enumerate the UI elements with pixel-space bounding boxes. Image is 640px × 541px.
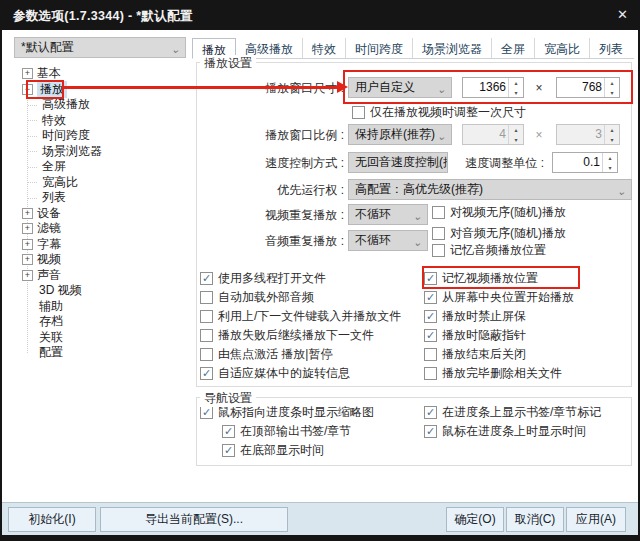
priority-select[interactable]: 高配置：高优先级(推荐) ⌄ [348,179,632,200]
sidebar-item-aspect-ratio[interactable]: 宽高比 [14,175,186,191]
checkbox-box: ✓ [424,406,437,419]
sidebar-item-playback[interactable]: −播放 [14,82,186,98]
tab-fullscreen[interactable]: 全屏 [492,38,535,58]
sidebar-item-playlist[interactable]: 列表 [14,190,186,206]
spin-down-icon[interactable]: ▾ [509,88,523,98]
expand-icon[interactable]: + [22,68,33,79]
initialize-button[interactable]: 初始化(I) [8,507,96,532]
spin-up-icon[interactable]: ▴ [603,153,617,163]
checkbox-disable-screensaver[interactable]: ✓播放时禁止屏保 [424,308,526,324]
priority-label: 优先运行权 : [196,179,344,201]
checkbox-top-bookmark-output[interactable]: ✓在顶部输出书签/章节 [222,423,351,439]
tab-aspect-ratio[interactable]: 宽高比 [535,38,590,58]
spin-up-icon[interactable]: ▴ [605,78,619,88]
expand-icon[interactable]: + [22,254,33,265]
speed-control-select[interactable]: 无回音速度控制(推 ⌄ [348,152,448,173]
sidebar-item-archive[interactable]: 存档 [14,314,186,330]
checkbox-box: ✓ [200,406,213,419]
speed-unit-stepper[interactable]: 0.1 ▴▾ [552,152,618,173]
sidebar-item-audio[interactable]: +声音 [14,268,186,284]
spin-down-icon: ▾ [509,135,523,145]
checkbox-seekbar-hover-time[interactable]: ✓鼠标在进度条上时显示时间 [424,423,586,439]
checkbox-audio-shuffle[interactable]: 对音频无序(随机)播放 [432,225,566,241]
checkbox-box: ✓ [424,329,437,342]
checkbox-bottom-show-time[interactable]: ✓在底部显示时间 [222,442,324,458]
spin-down-icon[interactable]: ▾ [605,88,619,98]
spin-down-icon[interactable]: ▾ [603,163,617,173]
checkbox-remember-audio-position[interactable]: 记忆音频播放位置 [432,242,546,258]
expand-icon[interactable]: + [22,223,33,234]
sidebar-item-filters[interactable]: +滤镜 [14,221,186,237]
checkbox-delete-after-playback[interactable]: 播放完毕删除相关文件 [424,365,562,381]
window-height-stepper[interactable]: 768 ▴▾ [556,77,620,98]
checkbox-resize-once[interactable]: 仅在播放视频时调整一次尺寸 [352,104,526,120]
checkbox-box [432,227,445,240]
window-title: 参数选项(1.7.3344) - *默认配置 [13,8,193,25]
spin-up-icon: ▴ [509,125,523,135]
sidebar-item-effects[interactable]: 特效 [14,113,186,129]
tab-time-span[interactable]: 时间跨度 [346,38,413,58]
checkbox-multithread-open[interactable]: ✓使用多线程打开文件 [200,270,326,286]
close-icon[interactable]: ✕ [617,7,628,22]
tab-effects[interactable]: 特效 [303,38,346,58]
sidebar-item-basic[interactable]: +基本 [14,66,186,82]
sidebar-item-association[interactable]: 关联 [14,330,186,346]
checkbox-video-shuffle[interactable]: 对视频无序(随机)播放 [432,204,566,220]
checkbox-box [424,348,437,361]
sidebar-item-subtitles[interactable]: +字幕 [14,237,186,253]
checkbox-box: ✓ [200,272,213,285]
sidebar-item-config[interactable]: 配置 [14,345,186,361]
apply-button[interactable]: 应用(A) [566,507,626,532]
sidebar-item-fullscreen[interactable]: 全屏 [14,159,186,175]
sidebar-item-video[interactable]: +视频 [14,252,186,268]
sidebar-item-time-span[interactable]: 时间跨度 [14,128,186,144]
audio-repeat-select[interactable]: 不循环 ⌄ [348,230,428,251]
checkbox-continue-next-on-fail[interactable]: 播放失败后继续播放下一文件 [200,327,374,343]
ok-button[interactable]: 确定(O) [446,507,504,532]
checkbox-box: ✓ [424,310,437,323]
sidebar-item-misc[interactable]: 辅助 [14,299,186,315]
export-config-button[interactable]: 导出当前配置(S)... [100,507,288,532]
checkbox-remember-video-position[interactable]: ✓记忆视频播放位置 [424,270,538,286]
chevron-down-icon: ⌄ [617,182,626,200]
checkbox-seekbar-bookmarks[interactable]: ✓在进度条上显示书签/章节标记 [424,404,601,420]
spin-up-icon[interactable]: ▴ [509,78,523,88]
spin-up-icon: ▴ [605,125,619,135]
chevron-down-icon: ⌄ [433,155,442,173]
expand-icon[interactable]: + [22,270,33,281]
sidebar-item-scene-browser[interactable]: 场景浏览器 [14,144,186,160]
playback-settings-title: 播放设置 [200,55,256,72]
checkbox-prev-next-key-load[interactable]: 利用上/下一文件键载入并播放文件 [200,308,401,324]
checkbox-close-after-playback[interactable]: 播放结束后关闭 [424,346,526,362]
sidebar-item-3d-video[interactable]: 3D 视频 [14,283,186,299]
checkbox-adapt-rotation-info[interactable]: ✓自适应媒体中的旋转信息 [200,365,350,381]
checkbox-autoload-external-audio[interactable]: 自动加载外部音频 [200,289,314,305]
checkbox-box [200,348,213,361]
checkbox-box [424,367,437,380]
collapse-icon[interactable]: − [22,84,33,95]
checkbox-focus-play-pause[interactable]: 由焦点激活 播放|暂停 [200,346,332,362]
sidebar-item-devices[interactable]: +设备 [14,206,186,222]
checkbox-box [432,244,445,257]
expand-icon[interactable]: + [22,239,33,250]
cancel-button[interactable]: 取消(C) [506,507,564,532]
window-ratio-label: 播放窗口比例 : [196,124,344,146]
tab-playlist[interactable]: 列表 [590,38,632,58]
profile-select[interactable]: *默认配置 ⌄ [14,37,186,58]
sidebar-item-advanced-playback[interactable]: 高级播放 [14,97,186,113]
window-width-stepper[interactable]: 1366 ▴▾ [462,77,524,98]
chevron-down-icon: ⌄ [413,233,422,251]
chevron-down-icon: ⌄ [413,207,422,225]
checkbox-start-center-screen[interactable]: ✓从屏幕中央位置开始播放 [424,289,574,305]
checkbox-box [200,291,213,304]
window-size-mode-select[interactable]: 用户自定义 ⌄ [348,77,452,98]
checkbox-box: ✓ [222,444,235,457]
audio-repeat-label: 音频重复播放 : [196,230,344,252]
window-ratio-select[interactable]: 保持原样(推荐) ⌄ [348,124,452,145]
tab-scene-browser[interactable]: 场景浏览器 [413,38,492,58]
video-repeat-select[interactable]: 不循环 ⌄ [348,204,428,225]
checkbox-box [432,206,445,219]
chevron-down-icon: ⌄ [437,127,446,145]
expand-icon[interactable]: + [22,208,33,219]
checkbox-hide-cursor[interactable]: ✓播放时隐蔽指针 [424,327,526,343]
